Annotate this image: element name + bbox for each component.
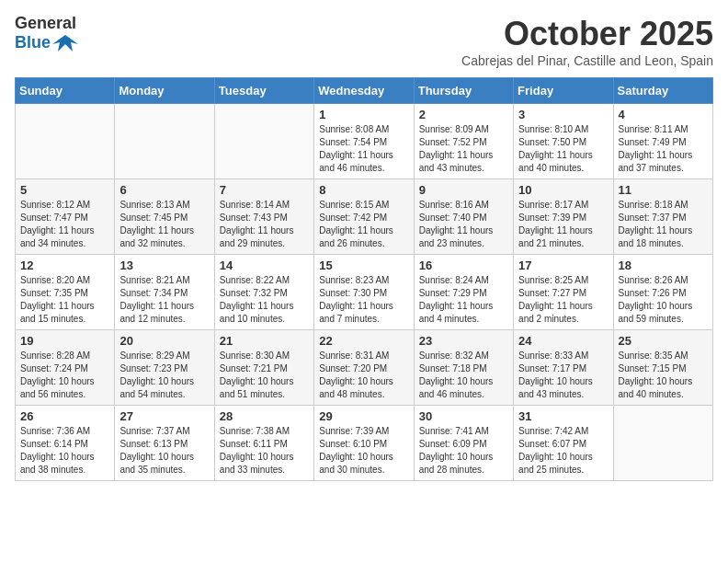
logo: General Blue	[15, 15, 78, 53]
day-number: 4	[619, 108, 708, 121]
calendar-cell: 5Sunrise: 8:12 AM Sunset: 7:47 PM Daylig…	[16, 179, 115, 255]
day-number: 31	[518, 409, 608, 423]
day-info: Sunrise: 8:25 AM Sunset: 7:27 PM Dayligh…	[518, 274, 608, 326]
logo-general: General	[15, 15, 76, 33]
calendar-cell: 1Sunrise: 8:08 AM Sunset: 7:54 PM Daylig…	[314, 104, 414, 179]
logo-blue: Blue	[15, 34, 51, 52]
day-info: Sunrise: 8:12 AM Sunset: 7:47 PM Dayligh…	[20, 199, 109, 250]
calendar-cell: 3Sunrise: 8:10 AM Sunset: 7:50 PM Daylig…	[514, 104, 613, 179]
day-info: Sunrise: 8:16 AM Sunset: 7:40 PM Dayligh…	[419, 199, 508, 250]
calendar-cell: 25Sunrise: 8:35 AM Sunset: 7:15 PM Dayli…	[613, 330, 712, 406]
calendar-cell	[115, 104, 214, 179]
day-info: Sunrise: 8:15 AM Sunset: 7:42 PM Dayligh…	[319, 199, 408, 250]
weekday-header-friday: Friday	[514, 78, 613, 104]
calendar-cell: 2Sunrise: 8:09 AM Sunset: 7:52 PM Daylig…	[414, 104, 513, 179]
day-info: Sunrise: 8:18 AM Sunset: 7:37 PM Dayligh…	[619, 199, 708, 250]
calendar-cell: 28Sunrise: 7:38 AM Sunset: 6:11 PM Dayli…	[214, 406, 313, 481]
calendar-cell: 4Sunrise: 8:11 AM Sunset: 7:49 PM Daylig…	[613, 104, 712, 179]
day-number: 30	[419, 409, 508, 423]
calendar-cell	[613, 406, 712, 481]
day-info: Sunrise: 8:24 AM Sunset: 7:29 PM Dayligh…	[419, 274, 508, 326]
day-info: Sunrise: 8:32 AM Sunset: 7:18 PM Dayligh…	[419, 350, 508, 401]
day-number: 13	[119, 259, 209, 272]
location-subtitle: Cabrejas del Pinar, Castille and Leon, S…	[461, 53, 713, 68]
day-number: 11	[619, 183, 708, 197]
day-info: Sunrise: 8:35 AM Sunset: 7:15 PM Dayligh…	[619, 350, 708, 401]
day-number: 23	[419, 334, 508, 348]
day-info: Sunrise: 8:11 AM Sunset: 7:49 PM Dayligh…	[619, 123, 708, 175]
calendar-table: SundayMondayTuesdayWednesdayThursdayFrid…	[15, 77, 713, 481]
calendar-cell: 12Sunrise: 8:20 AM Sunset: 7:35 PM Dayli…	[16, 255, 115, 330]
weekday-header-tuesday: Tuesday	[214, 78, 313, 104]
day-info: Sunrise: 8:13 AM Sunset: 7:45 PM Dayligh…	[119, 199, 209, 250]
weekday-header-monday: Monday	[115, 78, 214, 104]
weekday-header-saturday: Saturday	[613, 78, 712, 104]
day-number: 29	[319, 409, 408, 423]
calendar-cell: 10Sunrise: 8:17 AM Sunset: 7:39 PM Dayli…	[514, 179, 613, 255]
calendar-cell: 21Sunrise: 8:30 AM Sunset: 7:21 PM Dayli…	[214, 330, 313, 406]
day-number: 6	[119, 183, 209, 197]
day-number: 18	[619, 259, 708, 272]
day-info: Sunrise: 8:30 AM Sunset: 7:21 PM Dayligh…	[220, 350, 309, 401]
calendar-cell: 19Sunrise: 8:28 AM Sunset: 7:24 PM Dayli…	[16, 330, 115, 406]
day-info: Sunrise: 7:42 AM Sunset: 6:07 PM Dayligh…	[518, 425, 608, 477]
calendar-cell: 31Sunrise: 7:42 AM Sunset: 6:07 PM Dayli…	[514, 406, 613, 481]
calendar-cell: 27Sunrise: 7:37 AM Sunset: 6:13 PM Dayli…	[115, 406, 214, 481]
day-number: 15	[319, 259, 408, 272]
month-title: October 2025	[461, 15, 713, 53]
calendar-cell: 23Sunrise: 8:32 AM Sunset: 7:18 PM Dayli…	[414, 330, 513, 406]
day-info: Sunrise: 7:37 AM Sunset: 6:13 PM Dayligh…	[119, 425, 209, 477]
day-info: Sunrise: 8:08 AM Sunset: 7:54 PM Dayligh…	[319, 123, 408, 175]
calendar-cell: 14Sunrise: 8:22 AM Sunset: 7:32 PM Dayli…	[214, 255, 313, 330]
weekday-header-wednesday: Wednesday	[314, 78, 414, 104]
day-number: 1	[319, 108, 408, 121]
day-number: 19	[20, 334, 109, 348]
calendar-cell: 30Sunrise: 7:41 AM Sunset: 6:09 PM Dayli…	[414, 406, 513, 481]
day-number: 8	[319, 183, 408, 197]
day-number: 14	[220, 259, 309, 272]
day-number: 5	[20, 183, 109, 197]
calendar-week-3: 12Sunrise: 8:20 AM Sunset: 7:35 PM Dayli…	[16, 255, 713, 330]
calendar-cell: 20Sunrise: 8:29 AM Sunset: 7:23 PM Dayli…	[115, 330, 214, 406]
day-number: 2	[419, 108, 508, 121]
day-info: Sunrise: 7:36 AM Sunset: 6:14 PM Dayligh…	[20, 425, 109, 477]
calendar-cell: 6Sunrise: 8:13 AM Sunset: 7:45 PM Daylig…	[115, 179, 214, 255]
calendar-cell: 16Sunrise: 8:24 AM Sunset: 7:29 PM Dayli…	[414, 255, 513, 330]
calendar-cell: 13Sunrise: 8:21 AM Sunset: 7:34 PM Dayli…	[115, 255, 214, 330]
day-info: Sunrise: 8:21 AM Sunset: 7:34 PM Dayligh…	[119, 274, 209, 326]
day-info: Sunrise: 7:41 AM Sunset: 6:09 PM Dayligh…	[419, 425, 508, 477]
day-info: Sunrise: 8:17 AM Sunset: 7:39 PM Dayligh…	[518, 199, 608, 250]
calendar-cell: 17Sunrise: 8:25 AM Sunset: 7:27 PM Dayli…	[514, 255, 613, 330]
day-info: Sunrise: 8:33 AM Sunset: 7:17 PM Dayligh…	[518, 350, 608, 401]
day-number: 22	[319, 334, 408, 348]
day-number: 7	[220, 183, 309, 197]
calendar-week-4: 19Sunrise: 8:28 AM Sunset: 7:24 PM Dayli…	[16, 330, 713, 406]
day-number: 3	[518, 108, 608, 121]
weekday-header-row: SundayMondayTuesdayWednesdayThursdayFrid…	[16, 78, 713, 104]
calendar-week-5: 26Sunrise: 7:36 AM Sunset: 6:14 PM Dayli…	[16, 406, 713, 481]
calendar-cell: 18Sunrise: 8:26 AM Sunset: 7:26 PM Dayli…	[613, 255, 712, 330]
day-info: Sunrise: 8:23 AM Sunset: 7:30 PM Dayligh…	[319, 274, 408, 326]
weekday-header-thursday: Thursday	[414, 78, 513, 104]
day-number: 17	[518, 259, 608, 272]
day-number: 25	[619, 334, 708, 348]
day-info: Sunrise: 8:29 AM Sunset: 7:23 PM Dayligh…	[119, 350, 209, 401]
calendar-cell: 11Sunrise: 8:18 AM Sunset: 7:37 PM Dayli…	[613, 179, 712, 255]
day-number: 20	[119, 334, 209, 348]
day-number: 27	[119, 409, 209, 423]
day-info: Sunrise: 8:28 AM Sunset: 7:24 PM Dayligh…	[20, 350, 109, 401]
calendar-cell: 24Sunrise: 8:33 AM Sunset: 7:17 PM Dayli…	[514, 330, 613, 406]
day-info: Sunrise: 8:31 AM Sunset: 7:20 PM Dayligh…	[319, 350, 408, 401]
calendar-week-1: 1Sunrise: 8:08 AM Sunset: 7:54 PM Daylig…	[16, 104, 713, 179]
day-info: Sunrise: 8:20 AM Sunset: 7:35 PM Dayligh…	[20, 274, 109, 326]
calendar-cell: 22Sunrise: 8:31 AM Sunset: 7:20 PM Dayli…	[314, 330, 414, 406]
logo-bird-icon	[52, 33, 78, 53]
header: General Blue October 2025 Cabrejas del P…	[15, 15, 713, 68]
day-number: 12	[20, 259, 109, 272]
calendar-cell: 15Sunrise: 8:23 AM Sunset: 7:30 PM Dayli…	[314, 255, 414, 330]
calendar-cell	[16, 104, 115, 179]
day-info: Sunrise: 8:09 AM Sunset: 7:52 PM Dayligh…	[419, 123, 508, 175]
day-number: 28	[220, 409, 309, 423]
day-info: Sunrise: 8:14 AM Sunset: 7:43 PM Dayligh…	[220, 199, 309, 250]
calendar-cell: 26Sunrise: 7:36 AM Sunset: 6:14 PM Dayli…	[16, 406, 115, 481]
